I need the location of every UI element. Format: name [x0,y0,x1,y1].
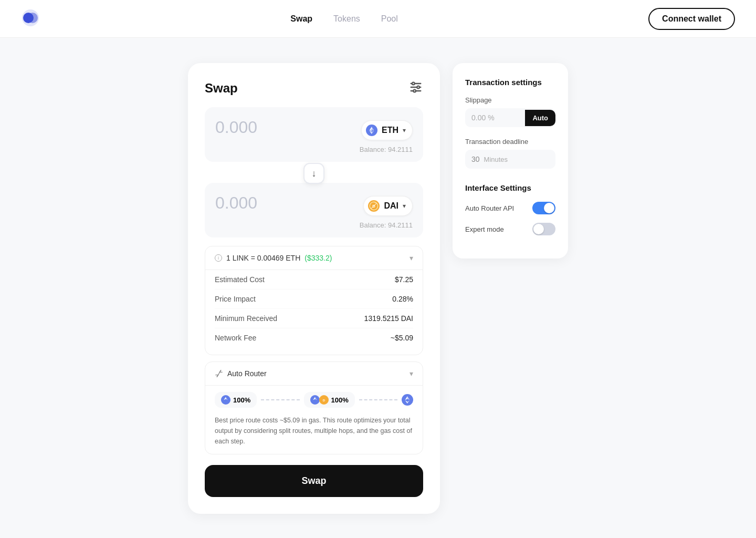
svg-point-2 [27,13,38,23]
rate-info-container: i 1 LINK = 0.00469 ETH ($333.2) ▾ Estima… [205,246,423,355]
slippage-row: Auto [465,108,555,127]
svg-point-7 [417,86,419,89]
route-dots-2 [359,399,397,400]
svg-point-13 [310,395,320,405]
main-nav: Swap Tokens Pool [290,14,398,24]
svg-point-12 [221,395,230,405]
auto-badge[interactable]: Auto [525,110,555,126]
rate-chevron-icon: ▾ [410,254,413,262]
from-token-selector[interactable]: ETH ▾ [361,120,413,140]
auto-router-api-toggle[interactable] [532,202,555,214]
deadline-row: 30 Minutes [465,150,555,169]
auto-router-body: 100% D 100% [205,385,423,454]
main-content: Swap 0.000 [0,38,756,538]
rate-usd: ($333.2) [304,254,332,262]
swap-title: Swap [205,81,238,96]
auto-router-header[interactable]: Auto Router ▾ [205,362,423,385]
detail-label-price-impact: Price Impact [215,295,256,303]
rate-info-left: i 1 LINK = 0.00469 ETH ($333.2) [215,254,332,262]
info-icon: i [215,254,222,262]
to-token-chevron: ▾ [403,202,406,210]
auto-router-label: Auto Router [227,369,267,378]
deadline-unit: Minutes [484,156,508,163]
interface-settings-title: Interface Settings [465,183,555,192]
to-token-name: DAI [384,201,398,211]
settings-icon[interactable] [408,80,423,97]
deadline-label: Transaction deadline [465,138,555,146]
svg-point-8 [413,90,416,92]
route-end-eth-icon [402,394,413,406]
auto-router-chevron-icon: ▾ [410,369,413,378]
detail-row-estimated-cost: Estimated Cost $7.25 [215,270,413,289]
nav-pool[interactable]: Pool [381,14,398,24]
detail-value-estimated-cost: $7.25 [395,275,413,284]
detail-value-minimum-received: 1319.5215 DAI [364,314,413,323]
transaction-settings-card: Transaction settings Slippage Auto Trans… [453,63,568,258]
logo [21,8,40,29]
to-token-box: 0.000 D DAI ▾ Balance: 94.2111 [205,183,423,237]
from-token-box: 0.000 ETH ▾ Balance: 94.2111 [205,107,423,162]
rate-info-header[interactable]: i 1 LINK = 0.00469 ETH ($333.2) ▾ [205,246,423,270]
route-path: 100% D 100% [215,392,413,408]
from-token-chevron: ▾ [403,127,406,134]
svg-text:D: D [322,398,325,402]
auto-router-api-label: Auto Router API [465,204,514,212]
detail-value-network-fee: ~$5.09 [391,334,413,342]
auto-router-container: Auto Router ▾ 100% [205,361,423,454]
swap-direction-button[interactable]: ↓ [303,163,324,184]
route-token-pair: D 100% [304,392,355,408]
header: Swap Tokens Pool Connect wallet [0,0,756,38]
expert-mode-row: Expert mode [465,223,555,235]
transaction-settings-title: Transaction settings [465,78,555,87]
slippage-input[interactable] [465,108,525,127]
expert-mode-toggle[interactable] [532,223,555,235]
slippage-label: Slippage [465,96,555,104]
svg-text:D: D [373,204,376,209]
detail-label-minimum-received: Minimum Received [215,314,277,323]
route-percent-1: 100% [233,396,250,404]
route-description: Best price route costs ~$5.09 in gas. Th… [215,415,413,447]
auto-router-api-row: Auto Router API [465,202,555,214]
route-dots-1 [261,399,299,400]
swap-card: Swap 0.000 [188,63,440,514]
detail-row-minimum-received: Minimum Received 1319.5215 DAI [215,309,413,328]
rate-text: 1 LINK = 0.00469 ETH [226,254,300,262]
from-token-balance: Balance: 94.2111 [215,143,413,153]
auto-router-left: Auto Router [215,369,267,378]
detail-row-price-impact: Price Impact 0.28% [215,289,413,309]
deadline-value: 30 [471,155,480,163]
auto-router-api-knob [544,203,554,213]
nav-tokens[interactable]: Tokens [333,14,360,24]
detail-label-estimated-cost: Estimated Cost [215,275,265,284]
detail-value-price-impact: 0.28% [392,295,413,303]
expert-mode-knob [533,224,544,234]
svg-point-16 [402,394,413,406]
to-token-selector[interactable]: D DAI ▾ [363,196,413,216]
route-token-eth-start: 100% [215,392,257,408]
swap-card-header: Swap [205,80,423,97]
to-token-balance: Balance: 94.2111 [215,219,413,229]
detail-label-network-fee: Network Fee [215,334,256,342]
svg-point-6 [412,82,415,85]
swap-button[interactable]: Swap [205,465,423,497]
nav-swap[interactable]: Swap [290,14,312,24]
rate-info-details: Estimated Cost $7.25 Price Impact 0.28% … [205,270,423,355]
swap-direction-container: ↓ [205,163,423,184]
detail-row-network-fee: Network Fee ~$5.09 [215,328,413,347]
expert-mode-label: Expert mode [465,225,504,233]
route-percent-2: 100% [331,396,349,404]
from-token-name: ETH [382,126,398,135]
connect-wallet-button[interactable]: Connect wallet [648,8,735,30]
